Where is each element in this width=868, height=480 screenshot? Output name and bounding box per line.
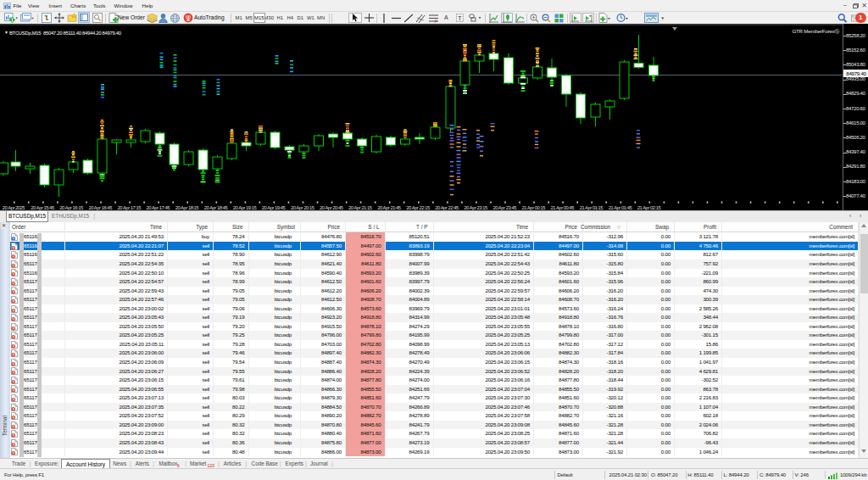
svg-text:21 Apr 02:15: 21 Apr 02:15 (637, 205, 661, 210)
svg-text:20 Apr 17:15: 20 Apr 17:15 (118, 205, 142, 210)
svg-text:20 Apr 18:15: 20 Apr 18:15 (175, 205, 199, 210)
svg-text:21 Apr 01:15: 21 Apr 01:15 (580, 205, 604, 210)
svg-text:20 Apr 20:15: 20 Apr 20:15 (291, 205, 314, 210)
svg-text:20 Apr 16:15: 20 Apr 16:15 (59, 205, 83, 210)
svg-text:20 Apr 23:45: 20 Apr 23:45 (492, 205, 516, 210)
svg-text:21 Apr 01:45: 21 Apr 01:45 (609, 205, 632, 210)
svg-text:20 Apr 15:45: 20 Apr 15:45 (31, 205, 54, 210)
svg-text:T: T (458, 15, 462, 21)
svg-text:F: F (435, 20, 437, 23)
svg-text:20 Apr 20:45: 20 Apr 20:45 (320, 205, 343, 210)
svg-text:20 Apr 23:15: 20 Apr 23:15 (464, 205, 487, 210)
svg-text:20 Apr 19:45: 20 Apr 19:45 (262, 205, 286, 210)
svg-text:20 Apr 18:45: 20 Apr 18:45 (204, 205, 228, 210)
svg-text:20 Apr 22:15: 20 Apr 22:15 (406, 205, 430, 210)
svg-text:20 Apr 16:45: 20 Apr 16:45 (88, 205, 112, 210)
svg-text:20 Apr 2025: 20 Apr 2025 (3, 205, 25, 210)
svg-text:21 Apr 00:15: 21 Apr 00:15 (522, 205, 546, 210)
svg-text:21 Apr 00:45: 21 Apr 00:45 (551, 205, 575, 210)
svg-text:20 Apr 21:15: 20 Apr 21:15 (348, 205, 372, 210)
svg-text:20 Apr 21:45: 20 Apr 21:45 (377, 205, 401, 210)
svg-text:20 Apr 19:15: 20 Apr 19:15 (233, 205, 257, 210)
svg-text:20 Apr 22:45: 20 Apr 22:45 (435, 205, 459, 210)
svg-text:20 Apr 17:45: 20 Apr 17:45 (147, 205, 170, 210)
